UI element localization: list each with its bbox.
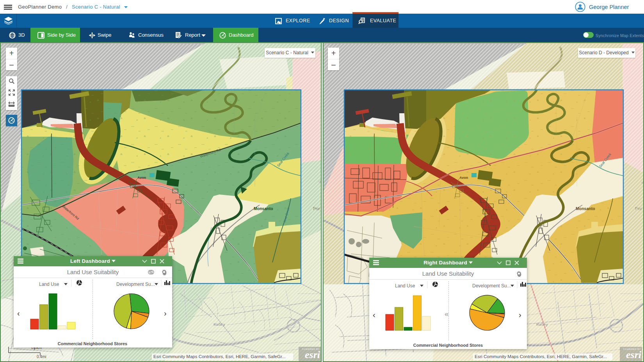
svg-text:0.4mi: 0.4mi: [37, 355, 46, 359]
svg-text:«: «: [445, 310, 449, 318]
svg-text:Development Su...: Development Su...: [472, 283, 511, 289]
svg-text:Monsanto: Monsanto: [576, 206, 595, 211]
svg-text:Commercial Neighborhood Stores: Commercial Neighborhood Stores: [413, 343, 483, 348]
svg-text:›: ›: [164, 309, 167, 317]
svg-text:Land Use: Land Use: [39, 282, 59, 287]
svg-text:Monsanto: Monsanto: [254, 206, 273, 211]
svg-text:Development Su...: Development Su...: [116, 282, 155, 287]
svg-text:Avon: Avon: [459, 176, 468, 180]
svg-text:‹: ‹: [373, 310, 375, 319]
svg-text:›: ›: [519, 310, 521, 319]
svg-text:Avon: Avon: [137, 176, 146, 180]
svg-text:‹: ‹: [17, 309, 20, 317]
svg-text:Commercial Neighborhood Stores: Commercial Neighborhood Stores: [58, 341, 127, 346]
svg-text:Land Use: Land Use: [395, 283, 415, 289]
